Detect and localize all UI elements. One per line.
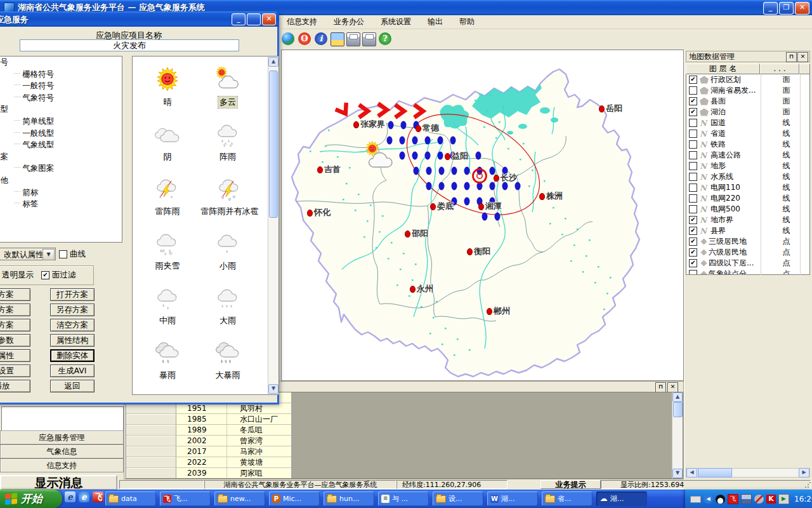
map-view[interactable]: 岳阳 张家界 常德 益阳 吉首 长沙 株洲 湘潭 娄底 怀化 邵阳 衡阳 永州 … [281, 50, 684, 381]
layer-row[interactable]: N国道线 [686, 117, 809, 128]
horizontal-scrollbar[interactable]: ◀ ▶ [686, 468, 810, 478]
layer-list[interactable]: ✔行政区划面 湖南省易发...面 ✔县面面 ✔湖泊面 N国道线 N省道线 N铁路… [686, 74, 810, 275]
column-header-more[interactable]: . . . [760, 64, 799, 74]
weather-item[interactable]: 小雨 [199, 231, 256, 272]
layer-row[interactable]: ✔N县界线 [686, 225, 809, 236]
server-icon[interactable]: ▶ [778, 494, 789, 504]
default-attribute-dropdown[interactable]: 改默认属性 ▼ [0, 248, 56, 260]
layer-checkbox[interactable]: ✔ [689, 227, 697, 235]
add-plan-button[interactable]: 加方案 [0, 319, 30, 331]
layer-checkbox[interactable]: ✔ [689, 216, 697, 224]
scroll-right-icon[interactable]: ▶ [799, 468, 809, 478]
row-header[interactable] [126, 446, 176, 457]
face-filter-checkbox-row[interactable]: ✔ 面过滤 [41, 270, 76, 281]
restore-icon[interactable]: ❐ [779, 2, 794, 15]
weather-item[interactable]: 多云 [199, 67, 256, 108]
play-button[interactable]: 播放 [0, 380, 30, 392]
tree-item[interactable]: 气象符号 [0, 92, 122, 104]
fetion-tray-icon[interactable]: 飞 [728, 494, 738, 504]
taskbar-item[interactable]: PMic... [269, 491, 320, 506]
globe-icon[interactable] [282, 32, 294, 45]
network-icon[interactable] [741, 494, 752, 504]
curve-checkbox[interactable] [59, 250, 67, 258]
layer-checkbox[interactable] [689, 173, 697, 181]
row-header[interactable] [126, 425, 176, 435]
layer-checkbox[interactable]: ✔ [689, 76, 697, 84]
station-table[interactable]: 1951凤羽村 1985水口山一厂 1989冬瓜咀 2002曾家湾 2017马家… [126, 392, 291, 478]
taskbar-item[interactable]: new... [214, 491, 265, 506]
save-plan-button[interactable]: 存方案 [0, 304, 30, 316]
layer-row[interactable]: ✔N地市界线 [686, 215, 809, 225]
tree-group[interactable]: 线型 [0, 104, 122, 116]
business-tip-button[interactable]: 业务提示 [540, 480, 601, 489]
taskbar-item[interactable]: 飞飞... [160, 491, 211, 506]
vertical-scrollbar[interactable]: ▲ ▼ [268, 57, 278, 394]
layer-row[interactable]: ✔三级居民地点 [686, 236, 809, 247]
weather-item[interactable]: 暴雨 [139, 340, 196, 381]
weather-item[interactable]: 中雨 [139, 285, 196, 326]
taskbar-item[interactable]: hun... [324, 491, 374, 506]
layer-checkbox[interactable]: ✔ [689, 108, 697, 116]
row-header[interactable] [126, 436, 176, 446]
close-icon[interactable]: ✕ [797, 52, 808, 62]
scrollbar-thumb[interactable] [698, 468, 732, 478]
fetion-icon[interactable]: 飞 [93, 491, 103, 502]
row-header[interactable] [126, 403, 176, 413]
layer-checkbox[interactable] [689, 130, 697, 138]
symbol-tree[interactable]: 符号 栅格符号 一般符号 气象符号 线型 简单线型 一般线型 气象线型 图案 气… [0, 56, 122, 243]
save-as-plan-button[interactable]: 另存方案 [50, 304, 95, 316]
table-row[interactable]: 2039周家咀 [126, 468, 291, 479]
chevron-down-icon[interactable]: ▼ [43, 249, 55, 260]
restore-icon[interactable] [247, 13, 261, 25]
return-button[interactable]: 返回 [50, 380, 95, 392]
taskbar-item-active[interactable]: ☁湖... [596, 491, 647, 506]
sidebar-item-emergency-service[interactable]: 应急服务管理 [0, 431, 124, 444]
column-header-layer-name[interactable]: 图 层 名 [686, 64, 760, 74]
taskbar-item[interactable]: 设... [433, 491, 483, 506]
resize-grip[interactable] [804, 482, 811, 488]
layer-checkbox[interactable] [689, 151, 697, 159]
tree-group[interactable]: 其他 [0, 175, 122, 187]
scroll-down-icon[interactable]: ▼ [268, 384, 278, 394]
layer-checkbox[interactable]: ✔ [689, 97, 697, 105]
tree-item[interactable]: 栅格符号 [0, 69, 122, 81]
delete-entity-button[interactable]: 删除实体 [50, 349, 95, 362]
table-row[interactable]: 2002曾家湾 [126, 436, 291, 446]
printer2-icon[interactable] [362, 32, 376, 46]
weather-symbol-gallery[interactable]: 晴 多云 阴 阵雨 雷阵雨 雷阵雨并有冰雹 雨夹雪 小雨 中雨 大雨 暴雨 大暴… [132, 56, 279, 395]
edit-params-button[interactable]: 改参数 [0, 334, 30, 347]
sidebar-item-weather-info[interactable]: 气象信息 [0, 444, 124, 458]
scroll-up-icon[interactable]: ▲ [268, 57, 278, 67]
layer-checkbox[interactable]: ✔ [689, 248, 697, 257]
menu-system-settings[interactable]: 系统设置 [381, 17, 411, 27]
layer-row[interactable]: ✔县面面 [686, 96, 809, 107]
info-icon[interactable]: i [315, 32, 327, 45]
taskbar-item[interactable]: ≡与 ... [378, 491, 429, 506]
vertical-scrollbar[interactable]: ▲ ▼ [672, 392, 683, 478]
column-header-extra[interactable] [799, 64, 810, 74]
project-name-input[interactable]: 火灾发布 [20, 39, 239, 51]
close-icon[interactable]: ✕ [262, 13, 276, 25]
tree-item[interactable]: 箭标 [0, 187, 122, 199]
layer-checkbox[interactable] [689, 140, 697, 149]
weather-item[interactable]: 雷阵雨 [139, 176, 196, 217]
layer-checkbox[interactable] [689, 205, 697, 213]
taskbar-item[interactable]: 省... [542, 491, 593, 506]
animation-settings-button[interactable]: 画设置 [0, 364, 30, 377]
layer-row[interactable]: N水系线线 [686, 171, 809, 182]
generate-avi-button[interactable]: 生成AVI [50, 364, 95, 377]
close-icon[interactable]: ✕ [667, 382, 678, 392]
table-row[interactable]: 2022黄坡塘 [126, 457, 291, 468]
show-message-button[interactable]: 显示消息 [0, 475, 117, 490]
tree-item[interactable]: 一般符号 [0, 80, 122, 92]
layer-row[interactable]: N电网220线 [686, 193, 809, 204]
printer-icon[interactable] [346, 32, 360, 46]
menu-help[interactable]: 帮助 [459, 17, 475, 27]
start-button[interactable]: 开始 [0, 490, 62, 508]
pin-icon[interactable]: ⊓ [655, 382, 666, 392]
scrollbar-thumb[interactable] [673, 402, 683, 417]
layer-checkbox[interactable] [689, 184, 697, 192]
tree-item[interactable]: 一般线型 [0, 128, 122, 140]
qq-penguin-icon[interactable] [716, 495, 725, 504]
tree-item[interactable]: 气象图案 [0, 163, 122, 175]
